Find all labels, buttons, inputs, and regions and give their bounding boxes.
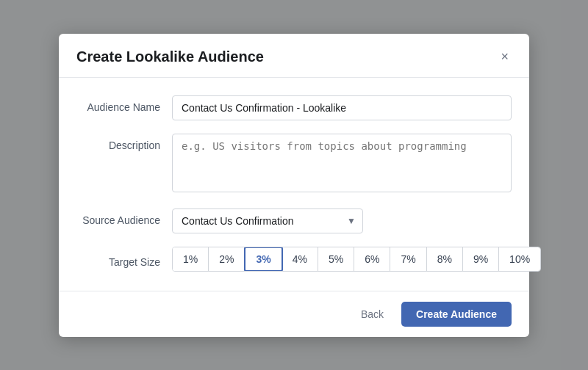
modal-body: Audience Name Description Source Audienc… <box>59 78 529 291</box>
target-size-label: Target Size <box>76 250 172 268</box>
modal-header: Create Lookalike Audience × <box>59 34 529 78</box>
target-size-btn-3[interactable]: 3% <box>244 247 282 272</box>
target-size-btn-2[interactable]: 2% <box>209 247 245 271</box>
back-button[interactable]: Back <box>352 302 392 326</box>
modal-overlay: Create Lookalike Audience × Audience Nam… <box>0 0 588 370</box>
create-audience-button[interactable]: Create Audience <box>401 302 512 327</box>
source-audience-row: Source Audience Contact Us Confirmation … <box>76 208 512 233</box>
close-button[interactable]: × <box>498 48 512 65</box>
modal-footer: Back Create Audience <box>59 291 529 337</box>
target-size-btn-5[interactable]: 5% <box>318 247 354 271</box>
source-audience-field: Contact Us Confirmation ▼ <box>172 208 512 233</box>
modal-title: Create Lookalike Audience <box>76 48 264 65</box>
target-size-row: Target Size 1%2%3%4%5%6%7%8%9%10% <box>76 247 512 272</box>
audience-name-input[interactable] <box>172 95 512 120</box>
description-input[interactable] <box>172 134 512 192</box>
target-size-buttons: 1%2%3%4%5%6%7%8%9%10% <box>172 247 541 272</box>
target-size-btn-7[interactable]: 7% <box>390 247 426 271</box>
create-lookalike-modal: Create Lookalike Audience × Audience Nam… <box>59 34 529 337</box>
target-size-field: 1%2%3%4%5%6%7%8%9%10% <box>172 247 541 272</box>
description-row: Description <box>76 134 512 195</box>
target-size-btn-1[interactable]: 1% <box>173 247 209 271</box>
source-audience-label: Source Audience <box>76 208 172 226</box>
target-size-btn-4[interactable]: 4% <box>282 247 318 271</box>
source-audience-select[interactable]: Contact Us Confirmation <box>172 208 363 233</box>
target-size-btn-8[interactable]: 8% <box>427 247 463 271</box>
audience-name-label: Audience Name <box>76 95 172 113</box>
source-audience-select-wrapper: Contact Us Confirmation ▼ <box>172 208 363 233</box>
audience-name-row: Audience Name <box>76 95 512 120</box>
target-size-btn-6[interactable]: 6% <box>354 247 390 271</box>
target-size-btn-10[interactable]: 10% <box>499 247 540 271</box>
description-field <box>172 134 512 195</box>
audience-name-field <box>172 95 512 120</box>
description-label: Description <box>76 134 172 151</box>
target-size-btn-9[interactable]: 9% <box>463 247 499 271</box>
